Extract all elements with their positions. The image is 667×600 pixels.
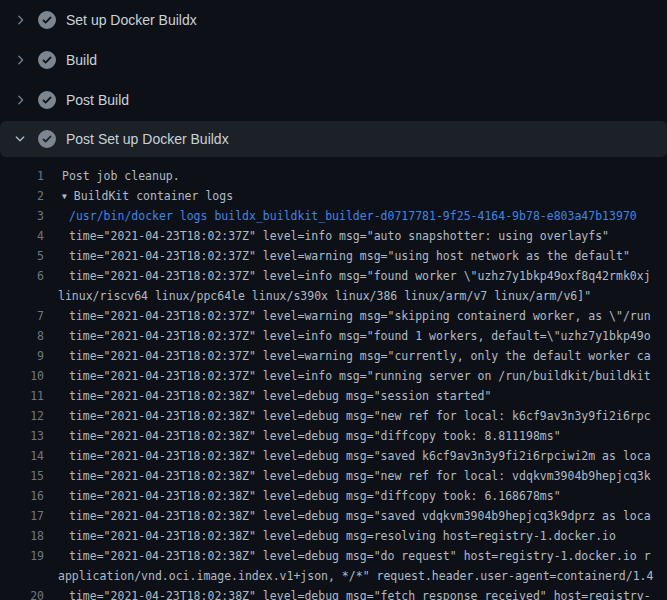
log-line-text: time="2021-04-23T18:02:38Z" level=debug … [69, 446, 651, 466]
line-number[interactable]: 11 [0, 386, 44, 406]
check-circle-icon [38, 91, 56, 109]
line-number[interactable]: 20 [0, 586, 44, 600]
line-number[interactable]: 18 [0, 526, 44, 546]
log-line-text: linux/riscv64 linux/ppc64le linux/s390x … [58, 286, 591, 306]
line-number[interactable]: 12 [0, 406, 44, 426]
log-line-text: time="2021-04-23T18:02:38Z" level=debug … [69, 386, 491, 406]
log-line-text: time="2021-04-23T18:02:37Z" level=info m… [69, 226, 609, 246]
log-line-text: Post job cleanup. [62, 166, 180, 186]
line-number[interactable] [0, 286, 44, 306]
line-number[interactable]: 7 [0, 306, 44, 326]
line-number[interactable]: 16 [0, 486, 44, 506]
log-line-text: time="2021-04-23T18:02:38Z" level=debug … [69, 406, 651, 426]
log-line: 2 ▼BuildKit container logs [0, 186, 667, 206]
line-number[interactable]: 5 [0, 246, 44, 266]
chevron-down-icon [12, 131, 28, 147]
step-row-post-set-up-docker-buildx[interactable]: Post Set up Docker Buildx [0, 121, 667, 157]
log-line-text: time="2021-04-23T18:02:38Z" level=debug … [69, 506, 651, 526]
log-line: 15 time="2021-04-23T18:02:38Z" level=deb… [0, 466, 667, 486]
log-line-text: time="2021-04-23T18:02:37Z" level=warnin… [69, 246, 630, 266]
line-number[interactable]: 8 [0, 326, 44, 346]
log-line: 1 Post job cleanup. [0, 166, 667, 186]
line-number[interactable]: 19 [0, 546, 44, 566]
line-number[interactable]: 15 [0, 466, 44, 486]
group-label[interactable]: BuildKit container logs [74, 189, 233, 203]
line-number[interactable]: 1 [0, 166, 44, 186]
log-line-text: time="2021-04-23T18:02:38Z" level=debug … [69, 466, 651, 486]
log-line: 12 time="2021-04-23T18:02:38Z" level=deb… [0, 406, 667, 426]
line-number[interactable] [0, 566, 44, 586]
log-line: 11 time="2021-04-23T18:02:38Z" level=deb… [0, 386, 667, 406]
log-line: 8 time="2021-04-23T18:02:37Z" level=info… [0, 326, 667, 346]
steps-list: Set up Docker Buildx Build Post Build Po… [0, 0, 667, 157]
log-line: 6 time="2021-04-23T18:02:37Z" level=info… [0, 266, 667, 286]
log-line: 7 time="2021-04-23T18:02:37Z" level=warn… [0, 306, 667, 326]
line-number[interactable]: 4 [0, 226, 44, 246]
log-line-text: time="2021-04-23T18:02:37Z" level=warnin… [69, 346, 651, 366]
log-group-toggle[interactable]: ▼BuildKit container logs [62, 186, 233, 206]
line-number[interactable]: 10 [0, 366, 44, 386]
log-line-text: time="2021-04-23T18:02:38Z" level=debug … [69, 586, 651, 600]
check-circle-icon [38, 51, 56, 69]
chevron-right-icon [12, 92, 28, 108]
line-number[interactable]: 3 [0, 206, 44, 226]
log-line-text: application/vnd.oci.image.index.v1+json,… [58, 566, 653, 586]
step-row-post-build[interactable]: Post Build [0, 80, 667, 120]
log-line: 9 time="2021-04-23T18:02:37Z" level=warn… [0, 346, 667, 366]
log-line-text: time="2021-04-23T18:02:37Z" level=info m… [69, 326, 651, 346]
log-line: 5 time="2021-04-23T18:02:37Z" level=warn… [0, 246, 667, 266]
log-line: 3 /usr/bin/docker logs buildx_buildkit_b… [0, 206, 667, 226]
log-area: 1 Post job cleanup. 2 ▼BuildKit containe… [0, 157, 667, 600]
chevron-right-icon [12, 52, 28, 68]
line-number[interactable]: 14 [0, 446, 44, 466]
step-row-build[interactable]: Build [0, 40, 667, 80]
log-line: 16 time="2021-04-23T18:02:38Z" level=deb… [0, 486, 667, 506]
line-number[interactable]: 6 [0, 266, 44, 286]
log-line-text: time="2021-04-23T18:02:37Z" level=info m… [69, 366, 651, 386]
log-line: 4 time="2021-04-23T18:02:37Z" level=info… [0, 226, 667, 246]
log-line-text: time="2021-04-23T18:02:37Z" level=info m… [69, 266, 651, 286]
line-number[interactable]: 13 [0, 426, 44, 446]
triangle-down-icon[interactable]: ▼ [62, 192, 67, 201]
command-line-text: /usr/bin/docker logs buildx_buildkit_bui… [69, 206, 637, 226]
step-label: Post Set up Docker Buildx [66, 131, 229, 147]
actions-log-viewer: Set up Docker Buildx Build Post Build Po… [0, 0, 667, 600]
step-label: Post Build [66, 92, 129, 108]
check-circle-icon [38, 11, 56, 29]
log-line: linux/riscv64 linux/ppc64le linux/s390x … [0, 286, 667, 306]
log-line-text: time="2021-04-23T18:02:38Z" level=debug … [69, 526, 616, 546]
log-line: 17 time="2021-04-23T18:02:38Z" level=deb… [0, 506, 667, 526]
log-line-text: time="2021-04-23T18:02:38Z" level=debug … [69, 426, 561, 446]
line-number[interactable]: 2 [0, 186, 44, 206]
log-line-text: time="2021-04-23T18:02:38Z" level=debug … [69, 546, 651, 566]
log-line: 10 time="2021-04-23T18:02:37Z" level=inf… [0, 366, 667, 386]
log-line: 14 time="2021-04-23T18:02:38Z" level=deb… [0, 446, 667, 466]
log-line-text: time="2021-04-23T18:02:38Z" level=debug … [69, 486, 561, 506]
step-label: Build [66, 52, 97, 68]
step-row-set-up-docker-buildx[interactable]: Set up Docker Buildx [0, 0, 667, 40]
step-label: Set up Docker Buildx [66, 12, 197, 28]
log-line: 19 time="2021-04-23T18:02:38Z" level=deb… [0, 546, 667, 566]
log-line-text: time="2021-04-23T18:02:37Z" level=warnin… [69, 306, 651, 326]
log-line: 20 time="2021-04-23T18:02:38Z" level=deb… [0, 586, 667, 600]
line-number[interactable]: 9 [0, 346, 44, 366]
check-circle-icon [38, 130, 56, 148]
log-line: 13 time="2021-04-23T18:02:38Z" level=deb… [0, 426, 667, 446]
chevron-right-icon [12, 12, 28, 28]
line-number[interactable]: 17 [0, 506, 44, 526]
log-line: application/vnd.oci.image.index.v1+json,… [0, 566, 667, 586]
log-line: 18 time="2021-04-23T18:02:38Z" level=deb… [0, 526, 667, 546]
